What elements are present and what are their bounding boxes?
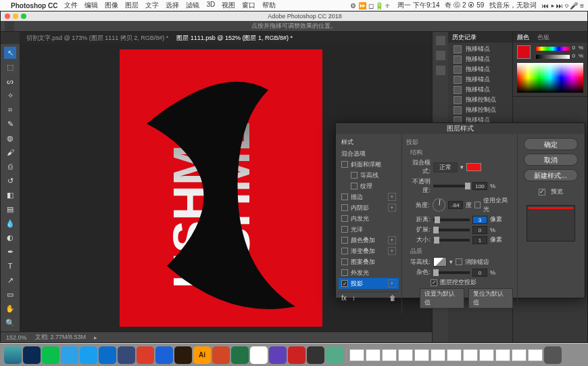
history-item[interactable]: 拖移锚点 bbox=[451, 85, 510, 95]
dock-finder[interactable] bbox=[4, 346, 22, 364]
dock-app-17[interactable] bbox=[307, 346, 324, 364]
contour-chevron-icon[interactable]: ▾ bbox=[449, 258, 453, 265]
blur-tool[interactable]: 💧 bbox=[4, 217, 16, 229]
dock-min-8[interactable] bbox=[463, 349, 478, 361]
style-checkbox[interactable] bbox=[351, 172, 358, 179]
shape-tool[interactable]: ▭ bbox=[4, 288, 16, 300]
style-checkbox[interactable] bbox=[341, 204, 348, 211]
history-item[interactable]: 拖移控制点 bbox=[451, 105, 510, 115]
add-effect-icon[interactable]: + bbox=[388, 204, 396, 212]
dodge-tool[interactable]: ◐ bbox=[4, 231, 16, 244]
close-icon[interactable] bbox=[5, 14, 10, 19]
doc-tab-2[interactable]: 图层 1111.psb @ 152% (图层 1, RGB/8#) * bbox=[176, 34, 293, 43]
history-item[interactable]: 拖移锚点 bbox=[451, 54, 510, 64]
menu-window[interactable]: 窗口 bbox=[242, 1, 255, 10]
dock-min-3[interactable] bbox=[382, 349, 397, 361]
opacity-value[interactable]: 100 bbox=[472, 182, 487, 190]
foreground-color[interactable] bbox=[517, 45, 531, 59]
zoom-tool[interactable]: 🔍 bbox=[4, 317, 16, 329]
document-canvas[interactable]: USHML USHML bbox=[120, 49, 322, 327]
dock-powerpoint[interactable] bbox=[212, 346, 230, 364]
dock-chrome[interactable] bbox=[155, 346, 173, 364]
menu-3d[interactable]: 3D bbox=[206, 1, 215, 10]
doc-info[interactable]: 文档: 2.77M/8.53M bbox=[35, 333, 87, 342]
current-tool-icon[interactable] bbox=[5, 22, 14, 31]
newstyle-button[interactable]: 新建样式... bbox=[524, 169, 578, 181]
add-effect-icon[interactable]: + bbox=[388, 279, 396, 288]
wand-tool[interactable]: ✧ bbox=[4, 89, 16, 101]
color-tab[interactable]: 颜色 bbox=[517, 33, 529, 42]
reset-default-button[interactable]: 复位为默认值 bbox=[468, 288, 513, 308]
history-item[interactable]: 拖移锚点 bbox=[451, 44, 510, 54]
blendmode-select[interactable]: 正常 bbox=[433, 162, 458, 173]
contour-picker[interactable] bbox=[433, 257, 447, 267]
layer-style-dialog[interactable]: 图层样式 样式 混合选项斜面和浮雕等高线纹理描边+内阴影+内发光光泽颜色叠加+渐… bbox=[335, 122, 585, 298]
dock-qq[interactable] bbox=[61, 346, 78, 364]
style-checkbox[interactable] bbox=[341, 280, 348, 287]
dock-min-12[interactable] bbox=[528, 349, 543, 361]
menu-filter[interactable]: 滤镜 bbox=[186, 1, 199, 10]
dock-min-7[interactable] bbox=[447, 349, 462, 361]
opacity-slider[interactable] bbox=[433, 185, 470, 187]
window-titlebar[interactable]: Adobe Photoshop CC 2018 bbox=[1, 12, 587, 21]
antialias-checkbox[interactable] bbox=[456, 258, 462, 265]
style-item[interactable]: 等高线 bbox=[339, 170, 399, 181]
dock-min-2[interactable] bbox=[366, 349, 381, 361]
style-checkbox[interactable] bbox=[341, 269, 348, 276]
angle-value[interactable]: -84 bbox=[448, 201, 462, 209]
dock-app-18[interactable] bbox=[326, 346, 343, 364]
history-item[interactable]: 拖移控制点 bbox=[451, 95, 510, 105]
zoom-value[interactable]: 152.0% bbox=[6, 334, 27, 341]
doc-tab-1[interactable]: 切割文字.psd @ 173% (图层 1111 拷贝 2, RGB/8#) * bbox=[26, 34, 168, 43]
style-checkbox[interactable] bbox=[341, 226, 348, 233]
size-value[interactable]: 1 bbox=[472, 236, 487, 244]
angle-dial[interactable] bbox=[433, 198, 445, 212]
shadow-color[interactable] bbox=[466, 163, 481, 171]
noise-value[interactable]: 0 bbox=[472, 269, 487, 277]
hand-tool[interactable]: ✋ bbox=[4, 302, 16, 315]
noise-slider[interactable] bbox=[433, 271, 470, 274]
dock-app-15[interactable] bbox=[269, 346, 287, 364]
style-checkbox[interactable] bbox=[341, 237, 348, 244]
chain-icon[interactable]: ↕ bbox=[352, 294, 356, 302]
add-effect-icon[interactable]: + bbox=[388, 236, 396, 244]
menu-image[interactable]: 图像 bbox=[105, 1, 118, 10]
dock-photoshop[interactable] bbox=[23, 346, 41, 364]
media-controls[interactable]: ⏮ ▶ ⏭ ♡ 🎤 ≡ bbox=[542, 2, 584, 9]
menu-text[interactable]: 文字 bbox=[145, 1, 159, 10]
path-tool[interactable]: ↗ bbox=[4, 274, 16, 286]
preview-checkbox[interactable] bbox=[539, 189, 545, 196]
trash-icon[interactable]: 🗑 bbox=[389, 294, 396, 302]
style-checkbox[interactable] bbox=[341, 193, 348, 200]
dock-illustrator[interactable]: Ai bbox=[193, 346, 211, 364]
style-checkbox[interactable] bbox=[351, 183, 358, 189]
crop-tool[interactable]: ⌗ bbox=[4, 104, 16, 116]
minimize-icon[interactable] bbox=[13, 14, 18, 19]
app-name[interactable]: Photoshop CC bbox=[11, 2, 57, 9]
status-icons[interactable]: ⚙ ⏩ ◻ 🔋 ᯤ bbox=[350, 2, 392, 9]
style-item[interactable]: 内阴影+ bbox=[339, 202, 399, 213]
dock-trash[interactable] bbox=[544, 346, 562, 364]
spread-slider[interactable] bbox=[433, 229, 470, 231]
menu-edit[interactable]: 编辑 bbox=[84, 1, 98, 10]
stamp-tool[interactable]: ⎙ bbox=[4, 160, 16, 173]
add-effect-icon[interactable]: + bbox=[388, 193, 396, 201]
add-effect-icon[interactable]: + bbox=[388, 247, 396, 255]
hue-slider[interactable] bbox=[536, 47, 570, 51]
heal-tool[interactable]: ◍ bbox=[4, 132, 16, 144]
marquee-tool[interactable]: ⬚ bbox=[4, 61, 16, 73]
dock-app-6[interactable] bbox=[99, 346, 116, 364]
style-checkbox[interactable] bbox=[341, 248, 348, 254]
style-checkbox[interactable] bbox=[341, 161, 348, 168]
mini-icon-1[interactable] bbox=[436, 36, 445, 45]
status-misc[interactable]: 奇 Ⓖ 2 ⦿ 59 bbox=[445, 1, 484, 10]
style-item[interactable]: 渐变叠加+ bbox=[339, 246, 399, 256]
mini-icon-2[interactable] bbox=[436, 51, 445, 60]
gradient-tool[interactable]: ▤ bbox=[4, 203, 16, 215]
style-item[interactable]: 斜面和浮雕 bbox=[339, 159, 399, 170]
style-item[interactable]: 混合选项 bbox=[339, 148, 399, 159]
style-checkbox[interactable] bbox=[341, 258, 348, 265]
ok-button[interactable]: 确定 bbox=[524, 138, 578, 150]
dialog-title[interactable]: 图层样式 bbox=[336, 123, 585, 134]
mini-icon-3[interactable] bbox=[436, 66, 445, 75]
